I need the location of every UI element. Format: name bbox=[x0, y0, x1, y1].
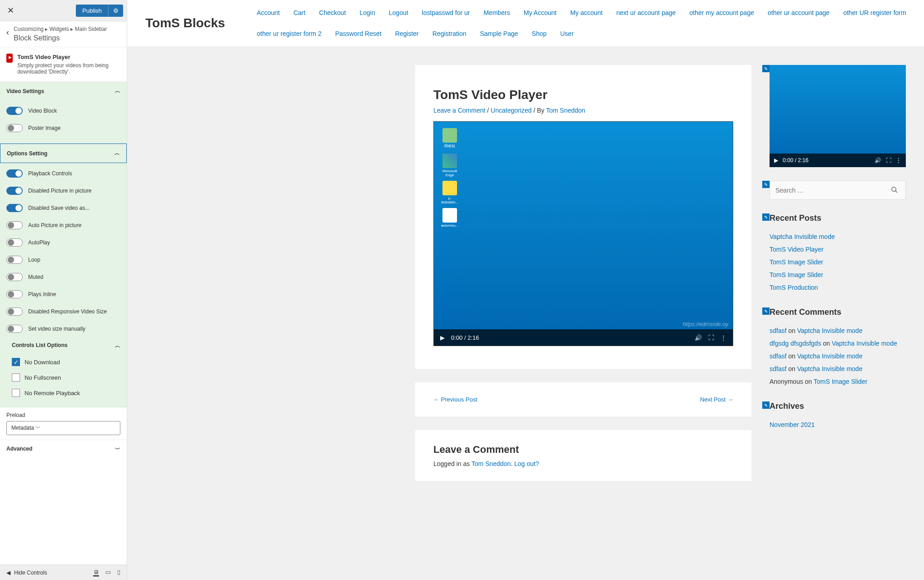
nav-link[interactable]: other UR register form bbox=[843, 9, 906, 16]
post-link[interactable]: TomS Video Player bbox=[770, 246, 824, 253]
search-button[interactable] bbox=[884, 181, 905, 199]
toggle-switch[interactable] bbox=[6, 204, 23, 212]
post-link[interactable]: TomS Production bbox=[770, 284, 818, 291]
nav-link[interactable]: Account bbox=[257, 9, 280, 16]
comment-author-link[interactable]: dfgsdg dfsgdsfgds bbox=[770, 340, 821, 347]
nav-link[interactable]: My account bbox=[570, 9, 603, 16]
category-link[interactable]: Uncategorized bbox=[491, 107, 532, 114]
volume-button[interactable]: 🔊 bbox=[695, 334, 702, 341]
play-button[interactable]: ▶ bbox=[440, 334, 445, 341]
post-link[interactable]: Vaptcha Invisible mode bbox=[770, 233, 835, 240]
edit-shortcut-icon[interactable]: ✎ bbox=[762, 65, 770, 72]
toggle-switch[interactable] bbox=[6, 221, 23, 229]
comment-title: Leave a Comment bbox=[433, 444, 733, 456]
toggle-label: Playback Controls bbox=[28, 170, 72, 177]
controls-list-header[interactable]: Controls List Options ︿ bbox=[12, 337, 120, 354]
nav-link[interactable]: Shop bbox=[532, 30, 547, 37]
toggle-label: Set video size manually bbox=[28, 326, 85, 332]
volume-button[interactable]: 🔊 bbox=[874, 157, 881, 164]
leave-comment-link[interactable]: Leave a Comment bbox=[433, 107, 485, 114]
toggle-switch[interactable] bbox=[6, 307, 23, 316]
search-input[interactable] bbox=[770, 181, 884, 199]
comment-author-link[interactable]: sdfasf bbox=[770, 327, 786, 334]
toggle-switch[interactable] bbox=[6, 238, 23, 247]
toggle-switch[interactable] bbox=[6, 169, 23, 178]
checkbox[interactable] bbox=[12, 389, 20, 397]
nav-link[interactable]: Password Reset bbox=[335, 30, 382, 37]
edit-shortcut-icon[interactable]: ✎ bbox=[762, 402, 770, 409]
profile-link[interactable]: Tom Sneddon bbox=[472, 460, 511, 467]
post-meta: Leave a Comment / Uncategorized / By Tom… bbox=[433, 107, 733, 114]
nav-link[interactable]: My Account bbox=[524, 9, 556, 16]
toggle-switch[interactable] bbox=[6, 107, 23, 115]
edit-shortcut-icon[interactable]: ✎ bbox=[762, 307, 770, 315]
comment-author-link[interactable]: sdfasf bbox=[770, 352, 786, 360]
nav-link[interactable]: Logout bbox=[389, 9, 408, 16]
sidebar-video-player[interactable]: ▶ 0:00 / 2:16 🔊 ⛶ ⋮ bbox=[770, 65, 906, 167]
edit-shortcut-icon[interactable]: ✎ bbox=[762, 213, 770, 221]
nav-link[interactable]: other my account page bbox=[690, 9, 754, 16]
toggle-switch[interactable] bbox=[6, 187, 23, 195]
nav-link[interactable]: Cart bbox=[293, 9, 305, 16]
nav-link[interactable]: lostpasswd for ur bbox=[422, 9, 470, 16]
nav-link[interactable]: Sample Page bbox=[480, 30, 518, 37]
fullscreen-button[interactable]: ⛶ bbox=[708, 334, 714, 341]
play-button[interactable]: ▶ bbox=[774, 157, 778, 164]
nav-link[interactable]: User bbox=[560, 30, 574, 37]
publish-button[interactable]: Publish bbox=[76, 5, 108, 17]
advanced-section-header[interactable]: Advanced ﹀ bbox=[0, 440, 127, 459]
search-box bbox=[770, 181, 906, 200]
more-options-button[interactable]: ⋮ bbox=[896, 157, 901, 164]
archive-link[interactable]: November 2021 bbox=[770, 421, 815, 428]
logout-link[interactable]: Log out? bbox=[514, 460, 539, 467]
toggle-switch[interactable] bbox=[6, 290, 23, 298]
edit-shortcut-icon[interactable]: ✎ bbox=[762, 181, 770, 188]
checkbox-label: No Fullscreen bbox=[25, 374, 61, 381]
breadcrumb-path: Customizing ▸ Widgets ▸ Main Sidebar bbox=[14, 26, 107, 32]
video-settings-header[interactable]: Video Settings ︿ bbox=[0, 82, 127, 100]
nav-link[interactable]: Login bbox=[360, 9, 375, 16]
post-link[interactable]: TomS Image Slider bbox=[770, 258, 823, 266]
publish-settings-button[interactable]: ⚙ bbox=[108, 5, 123, 17]
author-link[interactable]: Tom Sneddon bbox=[546, 107, 585, 114]
comment-post-link[interactable]: Vaptcha Invisible mode bbox=[832, 340, 897, 347]
checkbox[interactable]: ✓ bbox=[12, 358, 20, 366]
comment-author-link[interactable]: sdfasf bbox=[770, 365, 786, 372]
section-title: Advanced bbox=[6, 446, 32, 453]
desktop-preview-icon[interactable]: 🖥 bbox=[93, 569, 99, 576]
hide-controls-button[interactable]: ◀ Hide Controls bbox=[6, 570, 47, 576]
nav-link[interactable]: other ur register form 2 bbox=[257, 30, 321, 37]
nav-link[interactable]: Members bbox=[483, 9, 510, 16]
close-button[interactable]: ✕ bbox=[4, 4, 17, 17]
nav-link[interactable]: Checkout bbox=[319, 9, 346, 16]
next-post-link[interactable]: Next Post → bbox=[700, 396, 733, 403]
back-button[interactable]: ‹ bbox=[6, 26, 9, 37]
recent-posts-widget: ✎ Recent Posts Vaptcha Invisible modeTom… bbox=[770, 213, 906, 294]
nav-link[interactable]: other ur account page bbox=[768, 9, 830, 16]
checkbox[interactable] bbox=[12, 373, 20, 382]
comment-post-link[interactable]: Vaptcha Invisible mode bbox=[797, 352, 863, 360]
main-video-player[interactable]: 回收站 Microsoft Edge p-800x600... astorrmu… bbox=[433, 121, 733, 346]
site-title[interactable]: TomS Blocks bbox=[127, 16, 243, 30]
checkbox-label: No Remote Playback bbox=[25, 390, 80, 397]
nav-link[interactable]: next ur account page bbox=[616, 9, 676, 16]
previous-post-link[interactable]: ← Previous Post bbox=[433, 396, 477, 403]
nav-link[interactable]: Registration bbox=[432, 30, 467, 37]
breadcrumb-title: Block Settings bbox=[14, 34, 107, 42]
toggle-switch[interactable] bbox=[6, 273, 23, 281]
toggle-switch[interactable] bbox=[6, 124, 23, 132]
toggle-switch[interactable] bbox=[6, 325, 23, 333]
options-setting-header[interactable]: Options Setting ︿ bbox=[0, 144, 127, 163]
comment-post-link[interactable]: Vaptcha Invisible mode bbox=[797, 327, 863, 334]
tablet-preview-icon[interactable]: ▭ bbox=[105, 569, 111, 576]
comment-post-link[interactable]: Vaptcha Invisible mode bbox=[797, 365, 863, 372]
toggle-switch[interactable] bbox=[6, 256, 23, 264]
preload-select[interactable]: Metadata ﹀ bbox=[6, 421, 120, 435]
fullscreen-button[interactable]: ⛶ bbox=[886, 157, 891, 164]
comment-post-link[interactable]: TomS Image Slider bbox=[814, 378, 867, 385]
more-options-button[interactable]: ⋮ bbox=[720, 334, 726, 341]
mobile-preview-icon[interactable]: ▯ bbox=[117, 569, 120, 576]
post-link[interactable]: TomS Image Slider bbox=[770, 271, 823, 278]
comment-section: Leave a Comment Logged in as Tom Sneddon… bbox=[415, 430, 751, 481]
nav-link[interactable]: Register bbox=[395, 30, 419, 37]
